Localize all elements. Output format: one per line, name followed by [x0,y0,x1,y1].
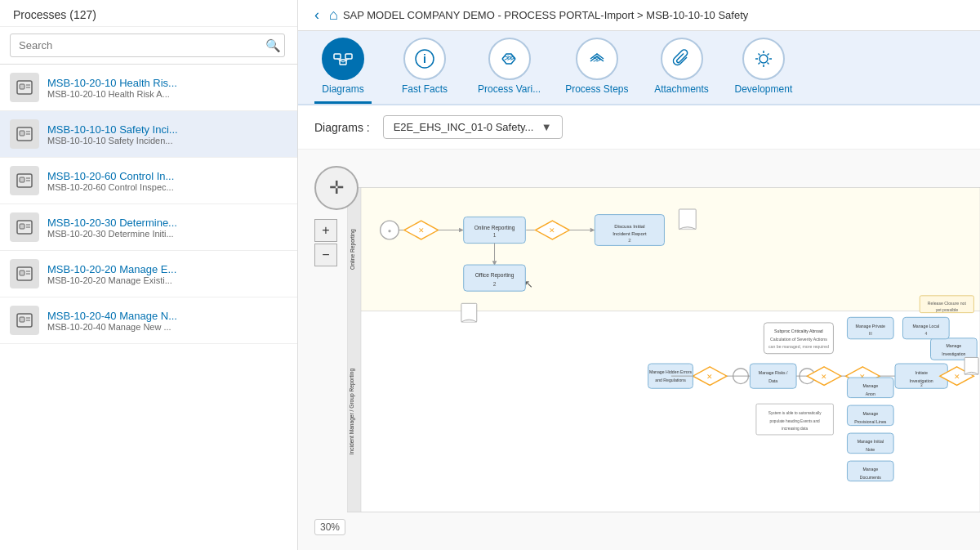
main-content: ‹ ⌂ SAP MODEL COMPANY DEMO - PROCESS POR… [298,0,980,550]
list-item-text: MSB-10-20-10 Health Ris... MSB-10-20-10 … [47,77,287,99]
list-item-text: MSB-10-20-40 Manage N... MSB-10-20-40 Ma… [47,310,287,332]
diagrams-label: Diagrams : [314,121,370,134]
tab-icon-attachments [661,38,703,80]
list-item-text: MSB-10-20-20 Manage E... MSB-10-20-20 Ma… [47,263,287,285]
bpmn-diagram: Online Reporting Incident Manager / Grou… [347,150,980,550]
svg-text:III: III [869,331,872,336]
diagram-dropdown[interactable]: E2E_EHS_INC_01-0 Safety... ▼ [383,115,563,139]
svg-text:can be managed, more required: can be managed, more required [768,344,829,349]
svg-text:Manage: Manage [946,343,961,348]
svg-rect-9 [20,177,24,182]
svg-text:Data: Data [768,378,777,383]
svg-text:Incident Manager / Group Repor: Incident Manager / Group Reporting [350,369,356,455]
svg-text:yet possible: yet possible [936,307,959,312]
tab-diagrams[interactable]: Diagrams [314,38,372,104]
svg-text:2: 2 [493,282,497,288]
tab-icon-diagrams [322,38,364,80]
svg-text:2: 2 [628,237,631,243]
list-item-subtitle: MSB-10-10-10 Safety Inciden... [47,136,287,145]
svg-text:✕: ✕ [821,373,827,381]
svg-text:Subproc Criticality Abroad: Subproc Criticality Abroad [774,329,823,333]
svg-text:Manage: Manage [862,383,878,388]
svg-text:3: 3 [920,382,923,387]
tab-fast-facts[interactable]: i Fast Facts [396,38,453,104]
list-item[interactable]: MSB-10-10-10 Safety Inci... MSB-10-10-10… [0,111,297,158]
tabs-bar: Diagrams i Fast Facts ⋙ Process Vari... [298,31,980,105]
svg-text:≫: ≫ [593,55,601,64]
svg-rect-13 [20,224,24,229]
tab-icon-fast-facts: i [403,38,446,80]
svg-text:Initiate: Initiate [915,370,928,375]
search-button[interactable]: 🔍 [259,38,287,53]
tab-attachments[interactable]: Attachments [653,38,710,104]
tab-icon-process-vari: ⋙ [488,38,531,80]
tab-icon-development [742,38,785,80]
tab-process-steps[interactable]: ≫ Process Steps [565,38,628,104]
tab-process-vari[interactable]: ⋙ Process Vari... [478,38,541,104]
list-item-title: MSB-10-20-10 Health Ris... [47,77,287,89]
list-item-title: MSB-10-10-10 Safety Inci... [47,123,287,136]
tab-label-development: Development [735,83,793,95]
svg-text:✕: ✕ [418,226,425,235]
list-item[interactable]: MSB-10-20-10 Health Ris... MSB-10-20-10 … [0,65,297,111]
svg-rect-1 [20,84,24,89]
search-bar: 🔍 [0,27,297,65]
sidebar: Processes (127) 🔍 MSB-10-20-10 Health Ri… [0,0,298,550]
list-item[interactable]: MSB-10-20-60 Control In... MSB-10-20-60 … [0,158,297,204]
svg-line-40 [767,54,768,56]
list-item[interactable]: MSB-10-20-30 Determine... MSB-10-20-30 D… [0,204,297,251]
list-item-title: MSB-10-20-60 Control In... [47,170,287,182]
svg-rect-24 [334,54,341,59]
list-item-icon [10,73,39,102]
svg-point-33 [760,55,768,63]
svg-line-38 [758,54,760,56]
svg-text:System is able to automaticall: System is able to automatically [768,411,822,415]
diagram-canvas: ✛ + − 30% Online Reporti [298,150,980,550]
list-item-subtitle: MSB-10-20-30 Determine Initi... [47,229,287,239]
svg-rect-25 [345,54,352,59]
svg-text:Manage Local: Manage Local [913,324,940,329]
svg-text:Documents: Documents [860,475,882,480]
zoom-controls: + − [314,219,337,266]
svg-text:Manage Private: Manage Private [856,324,885,329]
nav-compass[interactable]: ✛ [314,166,359,210]
svg-text:Manage: Manage [862,411,878,416]
zoom-in-button[interactable]: + [314,219,337,242]
svg-text:Discuss Initial: Discuss Initial [614,223,644,229]
svg-rect-75 [461,303,477,322]
svg-rect-21 [20,317,24,322]
list-item[interactable]: MSB-10-20-20 Manage E... MSB-10-20-20 Ma… [0,251,297,297]
diagram-selected-value: E2E_EHS_INC_01-0 Safety... [394,121,534,133]
search-input[interactable] [10,34,285,57]
svg-text:Note: Note [866,447,875,452]
svg-text:⋙: ⋙ [504,53,515,62]
svg-text:4: 4 [924,331,927,336]
svg-text:and Regulations: and Regulations [655,378,686,382]
sidebar-header: Processes (127) [0,0,297,27]
list-item-text: MSB-10-20-60 Control In... MSB-10-20-60 … [47,170,287,192]
content-area: Diagrams : E2E_EHS_INC_01-0 Safety... ▼ … [298,105,980,550]
list-item-text: MSB-10-20-30 Determine... MSB-10-20-30 D… [47,217,287,239]
list-item-title: MSB-10-20-30 Determine... [47,217,287,229]
svg-text:Manage: Manage [862,467,878,472]
zoom-out-button[interactable]: − [314,244,337,266]
list-item-title: MSB-10-20-40 Manage N... [47,310,287,322]
list-item-icon [10,119,39,149]
svg-text:Provisional Lines: Provisional Lines [854,419,887,424]
list-item-subtitle: MSB-10-20-10 Health Risk A... [47,89,287,99]
svg-text:1: 1 [493,232,497,238]
tab-label-fast-facts: Fast Facts [402,83,448,95]
svg-rect-83 [750,364,796,388]
svg-text:increasing data: increasing data [782,427,808,431]
svg-rect-43 [347,188,980,311]
svg-rect-5 [20,131,24,136]
tab-development[interactable]: Development [735,38,793,104]
back-button[interactable]: ‹ [311,7,323,24]
home-icon[interactable]: ⌂ [329,7,338,24]
svg-line-39 [767,63,768,65]
svg-text:✕: ✕ [706,373,713,381]
svg-text:Online Reporting: Online Reporting [474,225,515,231]
list-item[interactable]: MSB-10-20-40 Manage N... MSB-10-20-40 Ma… [0,297,297,344]
tab-label-attachments: Attachments [654,83,709,95]
svg-text:Manage Hidden Errors: Manage Hidden Errors [649,369,693,374]
